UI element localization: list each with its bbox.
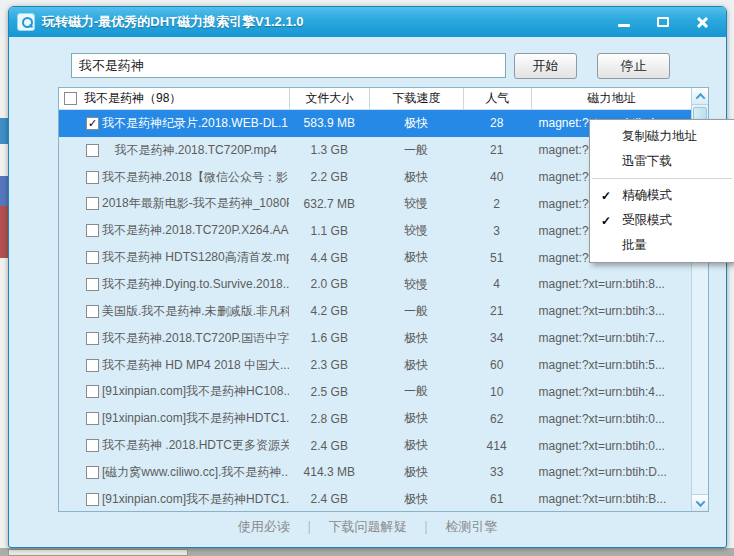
row-checkbox[interactable] — [86, 439, 99, 452]
cell-magnet: magnet:?xt=urn:btih:5... — [531, 358, 691, 372]
start-button[interactable]: 开始 — [514, 53, 577, 79]
cell-size: 583.9 MB — [289, 116, 369, 130]
menu-item[interactable]: 迅雷下载 — [590, 149, 734, 174]
row-checkbox[interactable] — [86, 144, 99, 157]
stop-button[interactable]: 停止 — [597, 53, 670, 79]
cell-size: 414.3 MB — [289, 465, 369, 479]
cell-size: 2.0 GB — [289, 277, 369, 291]
cell-size: 632.7 MB — [289, 197, 369, 211]
header-name-column: 我不是药神（98） — [59, 88, 290, 109]
cell-magnet: magnet:?xt=urn:btih:3... — [531, 304, 691, 318]
header-size-column: 文件大小 — [290, 88, 370, 109]
close-icon — [696, 16, 708, 28]
cell-name: 2018年最新电影-我不是药神_1080P... — [102, 195, 289, 212]
cell-popularity: 34 — [463, 331, 531, 345]
cell-name: [91xinpian.com]我不是药神HDTC1... — [102, 410, 289, 427]
cell-size: 2.4 GB — [289, 492, 369, 506]
minimize-button[interactable] — [612, 13, 636, 31]
cell-size: 2.5 GB — [289, 385, 369, 399]
cell-speed: 一般 — [369, 383, 463, 400]
cell-speed: 极快 — [369, 249, 463, 266]
search-input[interactable] — [71, 53, 506, 78]
maximize-icon — [657, 17, 669, 27]
row-checkbox[interactable] — [86, 493, 99, 506]
cell-size: 4.4 GB — [289, 251, 369, 265]
desktop-background-left — [0, 36, 8, 548]
row-checkbox[interactable] — [86, 251, 99, 264]
scroll-down-button[interactable] — [692, 494, 708, 511]
cell-popularity: 51 — [463, 251, 531, 265]
cell-speed: 较慢 — [369, 195, 463, 212]
cell-speed: 极快 — [369, 437, 463, 454]
cell-magnet: magnet:?xt=urn:btih:0... — [531, 412, 691, 426]
menu-item-label: 批量 — [622, 237, 647, 254]
scroll-up-button[interactable] — [692, 88, 708, 105]
cell-popularity: 3 — [463, 224, 531, 238]
row-checkbox[interactable] — [86, 359, 99, 372]
table-row[interactable]: 我不是药神.Dying.to.Survive.2018....2.0 GB较慢4… — [59, 271, 691, 298]
cell-name: 我不是药神 HDTS1280高清首发.mp4 — [102, 249, 289, 266]
app-window: 玩转磁力-最优秀的DHT磁力搜索引擎V1.2.1.0 开始 停止 我不是药神（9… — [8, 6, 727, 548]
row-checkbox[interactable] — [86, 305, 99, 318]
menu-item[interactable]: 批量 — [590, 233, 734, 258]
cell-speed: 一般 — [369, 142, 463, 159]
menu-item-label: 精确模式 — [622, 187, 672, 204]
row-checkbox-cell — [59, 493, 102, 506]
cell-popularity: 28 — [463, 116, 531, 130]
row-checkbox-cell — [59, 466, 102, 479]
row-checkbox[interactable] — [86, 197, 99, 210]
footer-link[interactable]: 下载问题解疑 — [329, 518, 407, 536]
row-checkbox[interactable] — [86, 412, 99, 425]
cell-popularity: 10 — [463, 385, 531, 399]
cell-size: 4.2 GB — [289, 304, 369, 318]
cell-name: [磁力窝www.ciliwo.cc].我不是药神... — [102, 464, 289, 481]
window-title: 玩转磁力-最优秀的DHT磁力搜索引擎V1.2.1.0 — [42, 13, 303, 31]
cell-speed: 较慢 — [369, 222, 463, 239]
background-fragment — [0, 118, 8, 144]
close-button[interactable] — [690, 13, 714, 31]
select-all-checkbox[interactable] — [64, 92, 77, 105]
table-row[interactable]: 我不是药神.2018.TC720P.国语中字....1.6 GB极快34magn… — [59, 325, 691, 352]
menu-item[interactable]: ✓受限模式 — [590, 208, 734, 233]
table-row[interactable]: 我不是药神 HD MP4 2018 中国大...2.3 GB极快60magnet… — [59, 352, 691, 379]
cell-size: 2.8 GB — [289, 412, 369, 426]
footer-link[interactable]: 检测引擎 — [445, 518, 497, 536]
cell-name: 我不是药神.2018.TC720P.X264.AA... — [102, 222, 289, 239]
cell-popularity: 40 — [463, 170, 531, 184]
background-window-fragment — [8, 549, 188, 556]
minimize-icon — [618, 24, 630, 27]
cell-name: 我不是药神 HD MP4 2018 中国大... — [102, 357, 289, 374]
maximize-button[interactable] — [651, 13, 675, 31]
footer-link[interactable]: 使用必读 — [238, 518, 290, 536]
row-checkbox[interactable] — [86, 224, 99, 237]
footer-separator: ｜ — [303, 518, 316, 536]
cell-name: 我不是药神纪录片.2018.WEB-DL.1... — [102, 115, 289, 132]
row-checkbox-cell — [59, 332, 102, 345]
cell-popularity: 2 — [463, 197, 531, 211]
row-checkbox[interactable] — [86, 466, 99, 479]
table-row[interactable]: 美国版.我不是药神.未删减版.非凡科...4.2 GB一般21magnet:?x… — [59, 298, 691, 325]
row-checkbox[interactable] — [86, 278, 99, 291]
row-checkbox[interactable] — [86, 171, 99, 184]
cell-name: [91xinpian.com]我不是药神HDTC1... — [102, 491, 289, 508]
table-row[interactable]: [91xinpian.com]我不是药神HC108...2.5 GB一般10ma… — [59, 378, 691, 405]
cell-popularity: 21 — [463, 304, 531, 318]
footer-links: 使用必读｜下载问题解疑｜检测引擎 — [9, 518, 726, 536]
menu-item[interactable]: 复制磁力地址 — [590, 124, 734, 149]
cell-name: 美国版.我不是药神.未删减版.非凡科... — [102, 303, 289, 320]
row-checkbox[interactable]: ✓ — [86, 117, 99, 130]
scroll-up-icon — [695, 92, 705, 102]
row-checkbox[interactable] — [86, 385, 99, 398]
menu-item-label: 受限模式 — [622, 212, 672, 229]
table-row[interactable]: [91xinpian.com]我不是药神HDTC1...2.8 GB极快62ma… — [59, 405, 691, 432]
row-checkbox-cell — [59, 278, 102, 291]
table-row[interactable]: 我不是药神 .2018.HDTC更多资源关...2.4 GB极快414magne… — [59, 432, 691, 459]
cell-popularity: 33 — [463, 465, 531, 479]
table-row[interactable]: [91xinpian.com]我不是药神HDTC1...2.4 GB极快61ma… — [59, 486, 691, 513]
table-row[interactable]: [磁力窝www.ciliwo.cc].我不是药神...414.3 MB极快33m… — [59, 459, 691, 486]
table-header: 我不是药神（98） 文件大小 下载速度 人气 磁力地址 — [59, 88, 691, 110]
cell-name: 我不是药神.2018.TC720P.国语中字.... — [102, 330, 289, 347]
menu-item[interactable]: ✓精确模式 — [590, 183, 734, 208]
row-checkbox[interactable] — [86, 332, 99, 345]
cell-name: 我不是药神.2018【微信公众号：影... — [102, 169, 289, 186]
